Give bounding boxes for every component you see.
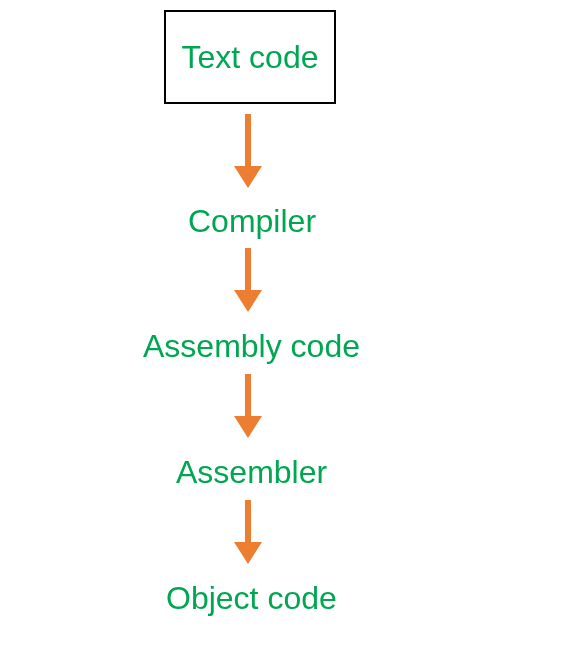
- node-text-code-box: Text code: [164, 10, 336, 104]
- node-object-code: Object code: [166, 582, 337, 614]
- node-assembly-code: Assembly code: [143, 330, 360, 362]
- node-text-code: Text code: [182, 41, 319, 73]
- flowchart: Text code Compiler Assembly code Assembl…: [0, 0, 561, 653]
- arrow-down-icon: [234, 248, 262, 312]
- node-assembler: Assembler: [176, 456, 327, 488]
- arrow-down-icon: [234, 500, 262, 564]
- arrow-down-icon: [234, 374, 262, 438]
- arrow-down-icon: [234, 114, 262, 188]
- node-compiler: Compiler: [188, 205, 316, 237]
